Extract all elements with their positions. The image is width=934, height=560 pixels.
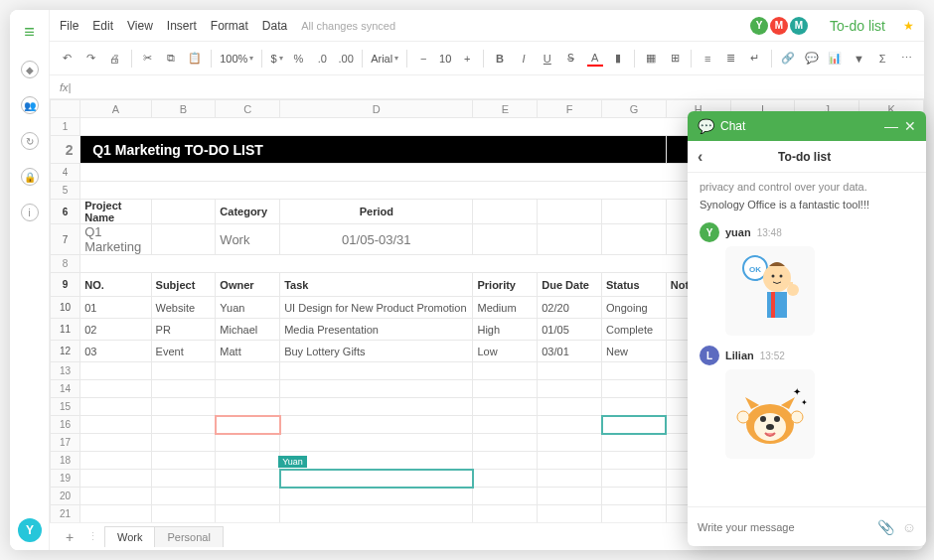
- selection-active[interactable]: Yuan: [280, 470, 473, 488]
- svg-point-12: [774, 416, 780, 422]
- fill-color-icon[interactable]: ▮: [611, 51, 627, 67]
- paste-icon[interactable]: 📋: [187, 51, 203, 67]
- svg-point-2: [763, 264, 791, 292]
- font-size[interactable]: 10: [439, 53, 451, 65]
- collaborator-avatars: Y M M: [750, 17, 808, 35]
- link-icon[interactable]: 🔗: [780, 51, 796, 67]
- chat-input-bar: 📎 ☺: [688, 506, 926, 546]
- menu-format[interactable]: Format: [211, 19, 248, 33]
- left-sidebar: ≡ ◆ 👥 ↻ 🔒 i: [10, 10, 50, 550]
- svg-point-15: [791, 411, 803, 423]
- sender-name: Lilian: [725, 350, 754, 361]
- svg-text:✦: ✦: [793, 386, 801, 397]
- doc-title[interactable]: To-do list: [830, 18, 885, 34]
- zoom-select[interactable]: 100%▾: [220, 53, 253, 65]
- avatar[interactable]: M: [790, 17, 808, 35]
- bold-icon[interactable]: B: [492, 51, 508, 67]
- avatar: L: [700, 346, 719, 365]
- svg-rect-3: [767, 292, 787, 318]
- history-icon[interactable]: ↻: [21, 132, 39, 150]
- user-avatar[interactable]: Y: [18, 518, 42, 542]
- copy-icon[interactable]: ⧉: [164, 51, 180, 67]
- emoji-icon[interactable]: ☺: [902, 519, 916, 535]
- svg-point-11: [760, 416, 766, 422]
- sent-time: 13:52: [760, 350, 785, 361]
- print-icon[interactable]: 🖨: [107, 51, 123, 67]
- chat-title: To-do list: [712, 150, 896, 164]
- formula-bar[interactable]: fx |: [50, 75, 924, 99]
- strike-icon[interactable]: S̶: [563, 51, 579, 67]
- function-icon[interactable]: Σ: [874, 51, 890, 67]
- border-icon[interactable]: ▦: [643, 51, 659, 67]
- chat-icon: 💬: [698, 118, 714, 134]
- sender-name: yuan: [725, 226, 751, 238]
- sheet-tab[interactable]: Work: [104, 526, 155, 547]
- sticker-icon: OK: [725, 246, 815, 336]
- toolbar: ↶ ↷ 🖨 ✂ ⧉ 📋 100%▾ $▾ % .0 .00 Arial▾ − 1…: [50, 42, 924, 75]
- italic-icon[interactable]: I: [516, 51, 532, 67]
- chat-input[interactable]: [698, 521, 869, 533]
- chat-message: L Lilian 13:52 ✦✦: [700, 346, 914, 459]
- attach-icon[interactable]: 📎: [877, 519, 894, 535]
- wrap-icon[interactable]: ↵: [747, 51, 763, 67]
- sticker-icon: ✦✦: [725, 369, 815, 459]
- halign-icon[interactable]: ≡: [700, 51, 715, 67]
- svg-point-5: [772, 275, 775, 278]
- menu-edit[interactable]: Edit: [92, 19, 113, 33]
- decimal-inc-icon[interactable]: .00: [338, 51, 354, 67]
- text-color-icon[interactable]: A: [587, 51, 603, 67]
- avatar: Y: [700, 222, 719, 242]
- menu-icon[interactable]: ≡: [24, 22, 35, 43]
- merge-icon[interactable]: ⊞: [667, 51, 683, 67]
- font-inc-icon[interactable]: +: [459, 51, 475, 67]
- info-icon[interactable]: i: [21, 204, 39, 221]
- decimal-dec-icon[interactable]: .0: [314, 51, 330, 67]
- valign-icon[interactable]: ≣: [723, 51, 739, 67]
- star-icon[interactable]: ★: [903, 19, 914, 33]
- comment-icon[interactable]: 💬: [804, 51, 820, 67]
- svg-text:OK: OK: [749, 265, 761, 274]
- menubar: File Edit View Insert Format Data All ch…: [50, 10, 924, 42]
- chat-panel: 💬 Chat — ✕ ‹ To-do list privacy and cont…: [688, 111, 926, 546]
- avatar[interactable]: M: [770, 17, 788, 35]
- tag-icon[interactable]: ◆: [21, 61, 39, 78]
- cut-icon[interactable]: ✂: [140, 51, 156, 67]
- back-icon[interactable]: ‹: [698, 148, 702, 166]
- selection-teal[interactable]: [602, 416, 667, 434]
- svg-point-6: [780, 275, 783, 278]
- svg-rect-4: [771, 292, 775, 318]
- filter-icon[interactable]: ▼: [851, 51, 866, 67]
- cursor-nametag: Yuan: [278, 456, 307, 468]
- close-icon[interactable]: ✕: [904, 118, 916, 134]
- sheet-tab[interactable]: Personal: [154, 526, 223, 547]
- selection-red[interactable]: [216, 416, 280, 434]
- percent-icon[interactable]: %: [291, 51, 307, 67]
- lock-icon[interactable]: 🔒: [21, 168, 39, 186]
- more-icon[interactable]: ⋯: [898, 51, 914, 67]
- svg-text:✦: ✦: [801, 398, 808, 407]
- minimize-icon[interactable]: —: [884, 118, 898, 134]
- avatar[interactable]: Y: [750, 17, 768, 35]
- chart-icon[interactable]: 📊: [828, 51, 844, 67]
- chat-message: Y yuan 13:48 OK: [700, 222, 914, 336]
- chat-header-title: Chat: [720, 119, 745, 133]
- svg-rect-8: [789, 282, 793, 292]
- chat-header: 💬 Chat — ✕: [688, 111, 926, 141]
- underline-icon[interactable]: U: [540, 51, 555, 67]
- menu-insert[interactable]: Insert: [167, 19, 197, 33]
- chat-subheader: ‹ To-do list: [688, 141, 926, 173]
- sent-time: 13:48: [757, 227, 782, 238]
- currency-select[interactable]: $▾: [270, 53, 282, 65]
- menu-view[interactable]: View: [127, 19, 153, 33]
- font-select[interactable]: Arial▾: [371, 53, 398, 65]
- menu-file[interactable]: File: [60, 19, 78, 33]
- font-dec-icon[interactable]: −: [415, 51, 431, 67]
- people-icon[interactable]: 👥: [21, 96, 39, 114]
- redo-icon[interactable]: ↷: [83, 51, 99, 67]
- chat-body[interactable]: privacy and control over your data. Syno…: [688, 173, 926, 506]
- menu-data[interactable]: Data: [262, 19, 287, 33]
- svg-point-14: [737, 411, 749, 423]
- undo-icon[interactable]: ↶: [60, 51, 76, 67]
- add-sheet-button[interactable]: +: [58, 529, 81, 545]
- chat-line: Synology Office is a fantastic tool!!!: [700, 199, 914, 210]
